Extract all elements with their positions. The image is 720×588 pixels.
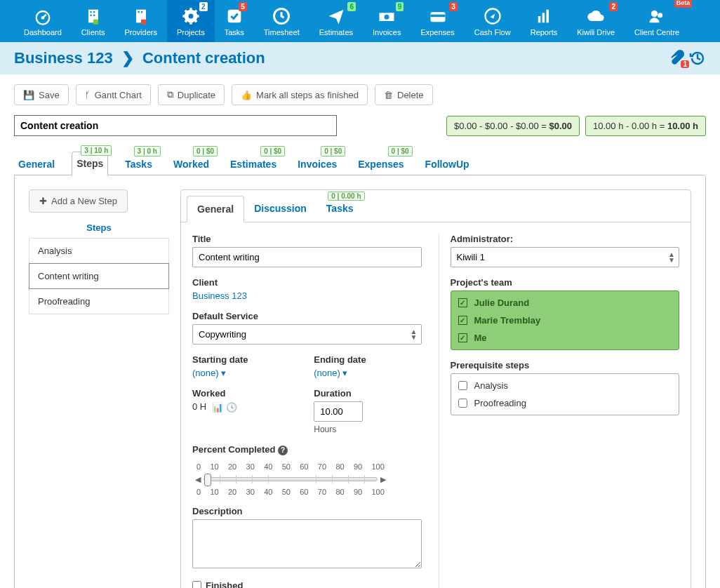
service-select[interactable] [192,324,422,345]
tab-expenses[interactable]: 0 | $0Expenses [354,153,408,175]
inner-tab-general[interactable]: General [187,196,244,222]
end-date-value[interactable]: (none) ▾ [314,368,347,378]
tab-estimates[interactable]: 0 | $0Estimates [226,153,281,175]
delete-button[interactable]: 🗑Delete [375,84,433,105]
svg-rect-7 [93,20,98,25]
team-member[interactable]: ✓Me [451,329,679,347]
prereq-checkbox[interactable] [458,399,467,408]
gantt-button[interactable]: ᚶGantt Chart [76,84,151,105]
inner-tab-discussion[interactable]: Discussion [244,196,316,222]
team-member[interactable]: ✓Julie Durand [451,294,679,312]
finished-checkbox[interactable] [192,581,201,588]
duration-input[interactable] [314,401,363,422]
svg-rect-11 [141,20,146,25]
summary-hours: 10.00 h - 0.00 h = 10.00 h [585,116,706,136]
nav-providers[interactable]: Providers [114,0,166,42]
copy-icon: ⧉ [167,89,173,100]
nav-timesheet[interactable]: Timesheet [254,0,309,42]
tab-followup[interactable]: FollowUp [421,153,474,175]
project-title-input[interactable] [14,115,337,136]
mark-finished-button[interactable]: 👍Mark all steps as finished [232,84,368,105]
save-icon: 💾 [23,90,34,100]
tab-general[interactable]: General [14,153,59,175]
slider-right-arrow[interactable]: ▶ [378,475,389,484]
nav-dashboard[interactable]: Dashboard [14,0,72,42]
service-label: Default Service [192,311,422,321]
svg-rect-10 [141,11,142,13]
trash-icon: 🗑 [384,90,393,100]
nav-expenses[interactable]: Expenses3 [411,0,464,42]
add-step-button[interactable]: ✚Add a New Step [29,189,128,213]
nav-client-centre[interactable]: Client CentreBeta [625,0,689,42]
branch-icon: ᚶ [85,90,91,100]
building-icon [81,6,105,27]
admin-select[interactable] [451,247,680,267]
duplicate-button[interactable]: ⧉Duplicate [158,84,225,105]
description-textarea[interactable] [192,519,422,568]
help-icon[interactable]: ? [278,446,288,455]
breadcrumb: Business 123 ❯ Content creation [14,49,265,67]
step-item[interactable]: Analysis [29,238,169,264]
steps-header: Steps [29,222,169,233]
start-date-value[interactable]: (none) ▾ [192,368,226,378]
breadcrumb-business[interactable]: Business 123 [14,49,113,67]
people-icon [634,6,679,27]
nav-badge: 5 [239,2,247,11]
nav-estimates[interactable]: Estimates6 [309,0,363,42]
chevron-right-icon: ❯ [121,49,134,67]
duration-label: Duration [314,388,421,399]
checkbox-icon: ✓ [458,298,467,307]
team-label: Project's team [451,277,680,288]
duration-unit: Hours [314,425,421,434]
step-item[interactable]: Proofreading [29,288,169,314]
svg-point-24 [651,11,658,17]
finished-label: Finished [206,580,243,588]
nav-badge: 9 [396,2,404,11]
tab-worked[interactable]: 0 | $0Worked [169,153,213,175]
svg-point-1 [41,16,45,20]
prereq-item[interactable]: Proofreading [451,394,679,412]
nav-invoices[interactable]: Invoices9 [363,0,411,42]
bars-icon [531,6,558,27]
nav-clients[interactable]: Clients [72,0,115,42]
worked-label: Worked [192,388,300,399]
step-item[interactable]: Content writing [29,263,169,289]
svg-rect-23 [546,10,549,23]
history-icon[interactable] [689,50,706,67]
attachments-icon[interactable]: 1 [668,50,685,67]
inner-tab-tasks[interactable]: 0 | 0.00 hTasks [316,196,364,222]
slider-left-arrow[interactable]: ◀ [192,475,204,484]
save-button[interactable]: 💾Save [14,84,69,105]
svg-point-17 [385,15,389,20]
svg-rect-5 [90,15,91,16]
client-link[interactable]: Business 123 [192,290,247,301]
svg-rect-4 [93,11,95,13]
svg-rect-21 [538,16,541,22]
worked-bars-icon[interactable]: 📊 [212,402,223,413]
tab-invoices[interactable]: 0 | $0Invoices [293,153,341,175]
worked-clock-icon[interactable]: 🕓 [226,402,237,413]
nav-badge: Beta [674,0,693,8]
nav-cash-flow[interactable]: Cash Flow [465,0,521,42]
percent-slider[interactable] [204,477,378,481]
client-label: Client [192,277,422,288]
nav-tasks[interactable]: Tasks5 [215,0,254,42]
nav-badge: 2 [199,2,208,11]
team-member[interactable]: ✓Marie Tremblay [451,312,679,329]
plus-icon: ✚ [39,196,47,206]
nav-projects[interactable]: Projects2 [167,0,215,42]
nav-reports[interactable]: Reports [521,0,568,42]
tab-steps[interactable]: 3 | 10 hSteps [72,152,108,175]
gauge-icon [24,6,62,27]
svg-point-25 [658,13,662,18]
step-title-input[interactable] [192,247,422,267]
compass-icon [474,6,511,27]
thumb-icon: 👍 [241,90,252,100]
slider-knob[interactable] [204,474,211,486]
tab-tasks[interactable]: 3 | 0 hTasks [121,153,156,175]
nav-kiwili-drive[interactable]: Kiwili Drive2 [567,0,625,42]
prereq-checkbox[interactable] [458,381,467,390]
nav-badge: 3 [449,2,458,11]
admin-label: Administrator: [451,234,680,244]
prereq-item[interactable]: Analysis [451,377,679,394]
